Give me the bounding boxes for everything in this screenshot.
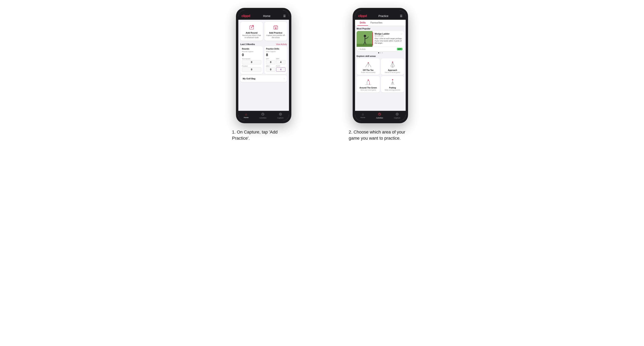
svg-point-36 (365, 67, 366, 67)
header-title-2: Practice (378, 14, 388, 17)
phone-screen-1: clippd Home ☰ (238, 10, 289, 121)
arg-value: 0 (266, 67, 275, 72)
skill-title-approach: Approach (388, 69, 397, 71)
nav-home-2[interactable]: ⌂ Home (360, 113, 365, 119)
dots-indicator (356, 52, 404, 53)
last-months-title: Last 3 Months (240, 43, 255, 45)
skill-grid: Off The Tee Power and accuracy (356, 58, 404, 92)
putt-value: 4 (276, 67, 286, 72)
svg-point-45 (390, 66, 391, 67)
status-bar-1 (238, 10, 289, 13)
phone-section-2: clippd Practice ☰ Drills Favourites Most… (330, 8, 431, 141)
putting-icon (388, 78, 398, 86)
around-the-green-icon (363, 78, 373, 86)
arg-stat: ARG 0 (266, 65, 275, 72)
stats-container: Rounds Rounds Capture 0 Tournament 0 (238, 46, 289, 75)
my-golf-bag-row[interactable]: My Golf Bag › (240, 75, 287, 82)
svg-point-57 (393, 83, 394, 84)
svg-point-38 (370, 67, 371, 67)
tab-favourites[interactable]: Favourites (368, 20, 385, 26)
skill-desc-around-the-green: Hone your short game (360, 89, 376, 91)
header-title-1: Home (263, 14, 270, 17)
hamburger-icon-1[interactable]: ☰ (283, 14, 286, 17)
screen-content-1: Add Round Record your shots in fast or e… (238, 20, 289, 111)
add-practice-icon (272, 24, 279, 31)
add-round-card[interactable]: Add Round Record your shots in fast or e… (240, 22, 263, 41)
nav-activities-label-1: Activities (259, 117, 266, 119)
skill-title-off-the-tee: Off The Tee (363, 69, 374, 71)
svg-point-48 (367, 84, 368, 85)
dot-3 (382, 52, 383, 53)
app-logo-2: clippd (358, 14, 367, 18)
tab-bar-2: Drills Favourites (355, 20, 406, 26)
practice-label: Practice (242, 65, 261, 67)
skill-card-off-the-tee[interactable]: Off The Tee Power and accuracy (356, 58, 380, 75)
svg-line-53 (392, 82, 392, 83)
skill-card-approach[interactable]: Approach Dial-in to hit the green (381, 58, 404, 75)
activities-icon-1 (261, 113, 264, 117)
rounds-stats-box: Rounds Rounds Capture 0 Tournament 0 (240, 46, 263, 74)
home-action-cards: Add Round Record your shots in fast or e… (238, 20, 289, 42)
skill-title-putting: Putting (389, 87, 396, 89)
view-activity-link[interactable]: View Activity (276, 43, 287, 45)
app-header-2: clippd Practice ☰ (355, 13, 406, 20)
nav-activities-2[interactable]: Activities (376, 113, 383, 119)
tab-drills[interactable]: Drills (358, 20, 368, 26)
nav-capture-1[interactable]: Capture (277, 113, 284, 119)
off-the-tee-icon (363, 60, 373, 68)
add-practice-card[interactable]: Add Practice Capture your practice off-t… (264, 22, 287, 41)
app-value: 4 (276, 60, 286, 64)
featured-drill-subtitle: 50-100 yds (374, 35, 390, 37)
svg-line-54 (392, 82, 394, 83)
caption-1: 1. On Capture, tap 'Add Practice'. (232, 129, 295, 141)
clock-icon: ○ (358, 48, 359, 50)
phone-frame-1: clippd Home ☰ (236, 8, 291, 123)
dot-2 (380, 52, 381, 53)
app-logo-1: clippd (242, 14, 250, 18)
nav-capture-2[interactable]: Capture (394, 113, 400, 119)
ott-stat: OTT 0 (266, 58, 275, 64)
skill-desc-off-the-tee: Power and accuracy (361, 71, 375, 73)
featured-thumbnail (356, 31, 372, 47)
rounds-title: Rounds (242, 48, 261, 50)
bottom-nav-2: ⌂ Home Activities (355, 111, 406, 121)
svg-point-46 (394, 66, 395, 67)
svg-line-35 (368, 63, 370, 66)
rounds-row-2: Practice 0 (242, 65, 261, 72)
caption-2: 2. Choose which area of your game you wa… (349, 129, 412, 141)
arg-label: ARG (266, 65, 275, 67)
tournament-label: Tournament (242, 58, 261, 60)
featured-drill-card[interactable]: Wedge Ladder 50-100 yds ☆ Play 1 shot at… (356, 31, 404, 51)
putt-stat: PUTT 4 (276, 65, 286, 72)
capture-icon-1 (279, 113, 282, 117)
approach-icon (388, 60, 398, 68)
app-stat: APP 4 (276, 58, 286, 64)
add-round-icon (248, 24, 255, 31)
phone-frame-2: clippd Practice ☰ Drills Favourites Most… (353, 8, 408, 123)
svg-line-34 (366, 63, 368, 66)
svg-line-42 (392, 62, 394, 66)
tournament-value: 0 (242, 60, 261, 64)
nav-home-label-1: Home (244, 117, 248, 119)
skill-card-putting[interactable]: Putting Make and lag practice (381, 76, 404, 92)
status-bar-2 (355, 10, 406, 13)
home-icon-1: ⌂ (245, 113, 247, 116)
add-round-title: Add Round (246, 32, 257, 34)
drills-title: Practice Drills (266, 48, 286, 50)
featured-info: Wedge Ladder 50-100 yds ☆ Play 1 shot at… (373, 31, 404, 47)
my-golf-bag-label: My Golf Bag (243, 77, 255, 80)
putt-label: PUTT (276, 65, 286, 67)
ott-label: OTT (266, 58, 275, 60)
hamburger-icon-2[interactable]: ☰ (400, 14, 402, 17)
bottom-nav-1: ⌂ Home Activities (238, 111, 289, 121)
tournament-stat: Tournament 0 (242, 58, 261, 64)
skill-card-around-the-green[interactable]: Around The Green Hone your short game (356, 76, 380, 92)
skill-desc-approach: Dial-in to hit the green (385, 71, 400, 73)
nav-home-1[interactable]: ⌂ Home (244, 113, 248, 119)
phone-screen-2: clippd Practice ☰ Drills Favourites Most… (355, 10, 406, 121)
svg-point-37 (368, 67, 369, 67)
star-icon[interactable]: ☆ (400, 33, 402, 35)
nav-activities-1[interactable]: Activities (259, 113, 266, 119)
add-practice-desc: Capture your practice off-the-course (266, 34, 286, 39)
rounds-capture-value: 0 (242, 53, 261, 57)
